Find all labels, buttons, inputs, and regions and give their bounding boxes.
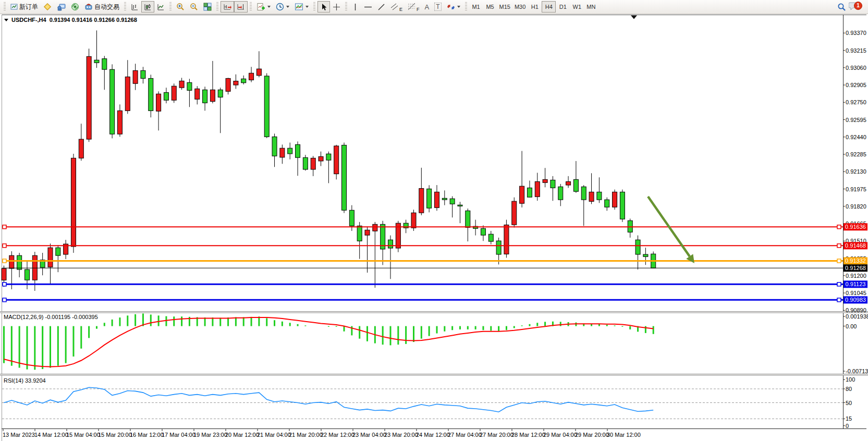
macd-axis-label: -0.007132 [846, 368, 868, 374]
time-tick-label: 21 Mar 20:00 [289, 432, 323, 438]
timeframe-m30-button[interactable]: M30 [512, 1, 528, 13]
candle-body [635, 240, 640, 254]
templates-button[interactable] [292, 1, 311, 13]
price-tick-label: 0.93215 [846, 47, 866, 54]
rsi-axis-label: 80 [846, 386, 852, 392]
horizontal-line-tool-button[interactable] [361, 1, 375, 13]
vertical-line-tool-button[interactable] [349, 1, 361, 13]
text-label-tool-button[interactable]: T [432, 1, 444, 13]
price-badge-label: 0.91268 [845, 265, 866, 271]
line-handle[interactable] [3, 244, 6, 248]
line-handle[interactable] [3, 225, 6, 229]
timeframe-d1-button[interactable]: D1 [556, 1, 570, 13]
symbol-dropdown-icon[interactable] [4, 19, 8, 21]
dropdown-arrow-icon [457, 6, 460, 8]
chart-title: USDCHF-,H4 0.91394 0.91416 0.91266 0.912… [4, 17, 137, 23]
price-badge-label: 0.91636 [845, 224, 866, 230]
candle-body [488, 234, 493, 241]
search-button[interactable] [835, 1, 849, 13]
candle-body [149, 78, 153, 111]
time-tick-label: 15 Mar 04:00 [66, 432, 100, 438]
crosshair-tool-button[interactable] [330, 1, 343, 13]
line-handle[interactable] [837, 283, 841, 286]
new-order-button[interactable]: 新订单 [8, 1, 41, 13]
candle-body [179, 81, 184, 88]
new-order-label: 新订单 [19, 3, 38, 11]
candle-body [613, 192, 617, 207]
arrows-tool-button[interactable] [444, 1, 463, 13]
periods-button[interactable] [273, 1, 292, 13]
bar-chart-mode-button[interactable] [128, 1, 141, 13]
rsi-axis-label: 50 [846, 400, 852, 406]
rsi-axis-label: 0 [846, 423, 849, 429]
fibonacci-tool-button[interactable]: F [405, 1, 422, 13]
chart-canvas[interactable]: 0.933700.932150.930600.929050.927500.925… [0, 0, 868, 441]
price-badge-label: 0.91123 [846, 281, 866, 287]
candle-body [156, 94, 161, 111]
toolbar-grip [345, 2, 347, 11]
indicators-icon [256, 3, 265, 11]
price-tick-label: 0.93370 [846, 30, 866, 36]
timeframe-m1-button[interactable]: M1 [469, 1, 483, 13]
line-handle[interactable] [837, 225, 841, 229]
profile-button[interactable] [41, 1, 54, 13]
candle-body [349, 210, 354, 226]
trendline-tool-button[interactable] [375, 1, 388, 13]
text-tool-letter: A [425, 3, 430, 11]
candle-body [581, 187, 586, 200]
candle-body [249, 73, 254, 80]
line-chart-mode-button[interactable] [154, 1, 167, 13]
line-handle[interactable] [3, 298, 6, 302]
candle-body [71, 158, 76, 247]
line-handle[interactable] [837, 298, 841, 302]
candle-body [543, 179, 547, 182]
time-tick-label: 28 Mar 12:00 [511, 432, 545, 438]
time-tick-label: 21 Mar 04:00 [257, 432, 291, 438]
price-badge-label: 0.90983 [845, 297, 866, 303]
cursor-tool-button[interactable] [317, 1, 330, 13]
terminal-user-icon [57, 3, 66, 11]
auto-trading-button[interactable]: 自动交易 [82, 1, 122, 13]
timeframe-m5-button[interactable]: M5 [483, 1, 497, 13]
candle-body [605, 200, 609, 207]
line-handle[interactable] [837, 244, 841, 248]
timeframe-h1-button[interactable]: H1 [528, 1, 542, 13]
toolbar-grip [169, 2, 172, 11]
price-badge-label: 0.91468 [845, 242, 866, 249]
indicators-button[interactable] [254, 1, 273, 13]
candle-body [342, 145, 347, 210]
fibonacci-icon [408, 3, 417, 11]
timeframe-h4-button[interactable]: H4 [542, 1, 556, 13]
timeframe-mn-button[interactable]: MN [584, 1, 598, 13]
chart-shift-button[interactable] [234, 1, 248, 13]
toolbar-grip [250, 2, 252, 11]
auto-trading-icon [84, 3, 93, 11]
notification-badge: 1 [854, 2, 862, 10]
line-handle[interactable] [3, 283, 6, 286]
candle-body [195, 89, 200, 99]
toolbar-grip [124, 2, 126, 11]
signals-button[interactable] [68, 1, 82, 13]
line-handle[interactable] [837, 259, 841, 263]
zoom-in-button[interactable] [174, 1, 187, 13]
candle-body [334, 146, 339, 174]
channel-tool-button[interactable]: E [388, 1, 405, 13]
candle-body [172, 86, 176, 100]
zoom-out-button[interactable] [187, 1, 201, 13]
candlestick-mode-button[interactable] [141, 1, 154, 13]
candle-body [241, 79, 246, 83]
notifications-widget[interactable]: 1 [849, 1, 859, 13]
candle-body [597, 192, 602, 200]
timeframe-w1-button[interactable]: W1 [570, 1, 584, 13]
text-tool-button[interactable]: A [422, 1, 432, 13]
candle-body [87, 56, 91, 139]
cursor-arrow-icon [320, 3, 327, 11]
market-watch-button[interactable] [54, 1, 68, 13]
toolbar-grip [313, 2, 315, 11]
search-icon [837, 3, 846, 11]
timeframe-m15-button[interactable]: M15 [497, 1, 512, 13]
auto-scroll-button[interactable] [221, 1, 234, 13]
line-handle[interactable] [3, 259, 6, 263]
tile-windows-button[interactable] [201, 1, 214, 13]
candle-body [2, 268, 6, 280]
